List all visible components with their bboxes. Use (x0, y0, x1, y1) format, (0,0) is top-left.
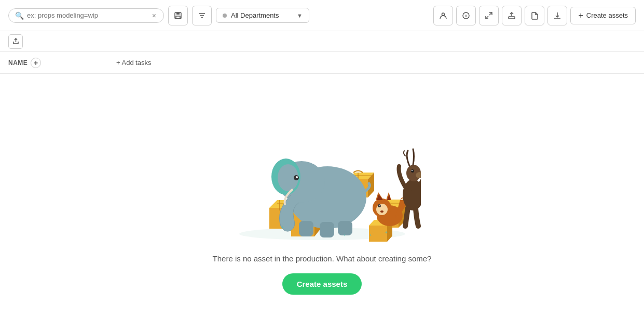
search-icon: 🔍 (15, 11, 24, 20)
add-column-button[interactable]: + (31, 58, 41, 68)
filter-button[interactable] (192, 6, 212, 25)
illustration: ✦ ✦ ✦ ✦ ✦ (224, 96, 421, 242)
svg-point-9 (466, 14, 467, 14)
svg-rect-12 (509, 17, 515, 19)
file-button[interactable] (525, 6, 544, 25)
create-assets-button[interactable]: + Create assets (570, 7, 636, 24)
download-button[interactable] (547, 6, 567, 25)
table-header: NAME + + Add tasks (0, 52, 644, 74)
save-icon (174, 11, 182, 20)
search-input[interactable] (27, 11, 151, 19)
export-button[interactable] (8, 34, 23, 49)
person-icon (439, 11, 447, 20)
svg-text:✦: ✦ (281, 225, 284, 230)
name-label: NAME (8, 59, 28, 67)
empty-state-message: There is no asset in the production. Wha… (213, 254, 432, 263)
svg-point-65 (412, 170, 413, 171)
departments-dropdown[interactable]: All Departments ▼ (216, 8, 309, 23)
resize-icon (485, 11, 493, 20)
departments-label: All Departments (231, 11, 293, 19)
name-column-header: NAME + (8, 58, 102, 68)
svg-text:✦: ✦ (309, 229, 312, 232)
sub-toolbar (0, 31, 644, 52)
svg-rect-1 (176, 12, 180, 15)
chevron-down-icon: ▼ (297, 12, 303, 19)
svg-point-64 (411, 169, 414, 173)
info-button[interactable] (456, 6, 476, 25)
svg-text:✦: ✦ (343, 233, 346, 237)
create-assets-label: Create assets (586, 11, 628, 19)
search-container: 🔍 × (8, 8, 164, 23)
save-search-button[interactable] (168, 6, 188, 25)
svg-rect-2 (176, 16, 180, 19)
resize-button[interactable] (479, 6, 499, 25)
upload-button[interactable] (502, 6, 522, 25)
filter-icon (198, 11, 206, 20)
svg-point-58 (379, 205, 380, 206)
export-icon (12, 38, 19, 45)
svg-text:✦: ✦ (385, 230, 388, 235)
add-tasks-button[interactable]: + Add tasks (112, 57, 156, 69)
file-icon (530, 11, 539, 20)
toolbar: 🔍 × All Departments ▼ (0, 0, 644, 31)
svg-point-49 (296, 176, 298, 178)
info-icon (462, 11, 470, 20)
add-tasks-label: + Add tasks (116, 59, 152, 67)
plus-icon: + (578, 11, 583, 20)
main-content: ✦ ✦ ✦ ✦ ✦ There is no asset in the produ… (0, 74, 644, 317)
svg-text:✦: ✦ (369, 233, 372, 237)
clear-search-button[interactable]: × (151, 12, 157, 19)
svg-rect-46 (320, 222, 334, 237)
person-button[interactable] (433, 6, 453, 25)
download-icon (553, 11, 561, 20)
create-assets-cta-button[interactable]: Create assets (282, 273, 362, 295)
svg-point-57 (378, 204, 381, 207)
svg-point-59 (380, 210, 383, 213)
upload-icon (508, 11, 516, 20)
dept-status-dot (223, 14, 227, 18)
toolbar-right: + Create assets (433, 6, 636, 25)
